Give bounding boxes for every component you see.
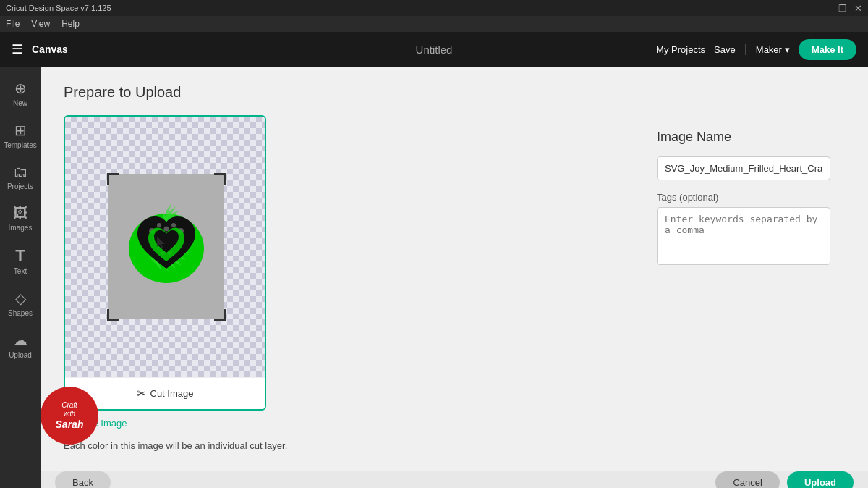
close-button[interactable]: ✕: [854, 3, 862, 14]
canvas-label: Canvas: [32, 43, 68, 55]
menu-view[interactable]: View: [31, 19, 50, 29]
sidebar-item-new[interactable]: ⊕ New: [0, 72, 41, 114]
corner-tr: [214, 173, 226, 185]
top-bar: ☰ Canvas Untitled My Projects Save | Mak…: [0, 32, 868, 67]
maker-dropdown[interactable]: Maker ▾: [756, 44, 790, 55]
projects-icon: 🗂: [13, 164, 27, 180]
menu-help[interactable]: Help: [61, 19, 80, 29]
make-it-button[interactable]: Make It: [799, 39, 856, 60]
content-area: Prepare to Upload: [41, 67, 868, 471]
corner-tl: [107, 173, 119, 185]
images-icon: 🖼: [13, 205, 27, 222]
corner-bl: [107, 309, 119, 321]
page-title: Prepare to Upload: [64, 84, 845, 101]
tags-label: Tags (optional): [657, 192, 830, 203]
sidebar-item-images[interactable]: 🖼 Images: [0, 198, 41, 239]
upload-main: ✂ Cut Image Replace Image Each color in …: [64, 115, 845, 453]
save-button[interactable]: Save: [714, 44, 736, 55]
tags-textarea[interactable]: [657, 207, 830, 265]
minimize-button[interactable]: —: [822, 3, 831, 14]
bottom-right-buttons: Cancel Upload: [715, 471, 854, 489]
corner-br: [214, 309, 226, 321]
maximize-button[interactable]: ❐: [838, 3, 847, 14]
sidebar-item-projects[interactable]: 🗂 Projects: [0, 156, 41, 198]
watermark-logo: Craft with Sarah: [41, 387, 98, 445]
heart-image: [119, 196, 213, 298]
upload-icon: ☁: [13, 332, 27, 349]
svg-point-3: [157, 223, 161, 227]
cut-image-label: Cut Image: [150, 388, 194, 399]
app-body: ⊕ New ⊞ Templates 🗂 Projects 🖼 Images T …: [0, 67, 868, 488]
hamburger-menu[interactable]: ☰: [12, 41, 23, 57]
upload-button[interactable]: Upload: [787, 471, 854, 489]
watermark-sarah: Sarah: [56, 418, 84, 431]
sidebar: ⊕ New ⊞ Templates 🗂 Projects 🖼 Images T …: [0, 67, 41, 488]
watermark-with: with: [64, 410, 75, 418]
sidebar-item-templates[interactable]: ⊞ Templates: [0, 114, 41, 156]
image-description: Each color in this image will be an indi…: [64, 439, 287, 453]
bottom-bar: Back Cancel Upload: [41, 471, 868, 489]
templates-icon: ⊞: [14, 122, 27, 139]
image-section: ✂ Cut Image Replace Image Each color in …: [64, 115, 642, 453]
image-preview-box: ✂ Cut Image: [64, 115, 266, 411]
svg-point-4: [164, 227, 169, 232]
right-panel: Image Name Tags (optional): [642, 115, 845, 453]
app-title: Cricut Design Space v7.1.125: [6, 4, 111, 12]
scissors-icon: ✂: [137, 387, 146, 400]
cancel-button[interactable]: Cancel: [715, 471, 779, 489]
image-name-input[interactable]: [657, 156, 830, 180]
my-projects-link[interactable]: My Projects: [656, 44, 705, 55]
title-bar: Cricut Design Space v7.1.125 — ❐ ✕: [0, 0, 868, 16]
image-inner-box: [109, 174, 224, 319]
chevron-down-icon: ▾: [785, 44, 790, 55]
sidebar-item-text[interactable]: T Text: [0, 239, 41, 282]
menu-bar: File View Help: [0, 16, 868, 32]
main-content: Prepare to Upload: [41, 67, 868, 488]
watermark-craft: Craft: [61, 400, 77, 410]
divider: |: [744, 43, 747, 56]
menu-file[interactable]: File: [6, 19, 20, 29]
shapes-icon: ◇: [15, 290, 26, 307]
back-button[interactable]: Back: [55, 471, 111, 489]
sidebar-item-shapes[interactable]: ◇ Shapes: [0, 282, 41, 324]
image-name-title: Image Name: [657, 130, 830, 145]
image-preview-canvas: [65, 117, 266, 377]
svg-point-5: [171, 223, 176, 227]
sidebar-item-upload[interactable]: ☁ Upload: [0, 324, 41, 366]
text-icon: T: [15, 246, 25, 265]
new-icon: ⊕: [14, 80, 27, 97]
project-title[interactable]: Untitled: [416, 43, 453, 56]
